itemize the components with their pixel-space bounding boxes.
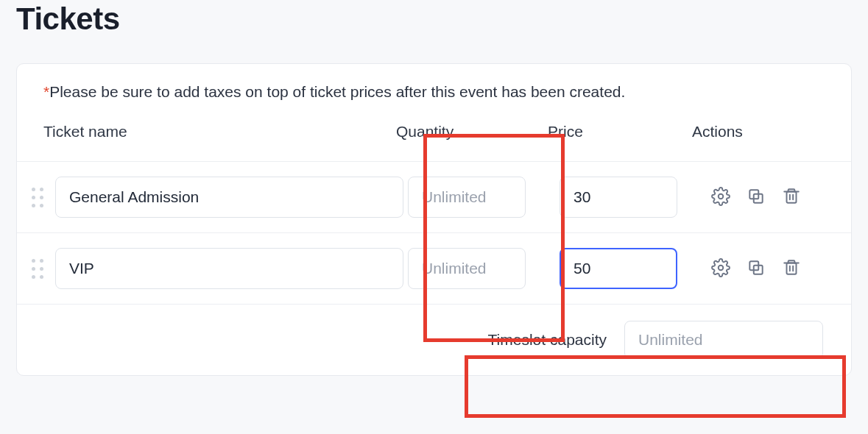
tickets-card: *Please be sure to add taxes on top of t… [16,63,852,376]
duplicate-icon [747,187,766,208]
table-row [17,161,851,232]
col-header-price: Price [548,123,680,140]
col-header-quantity: Quantity [396,123,536,140]
ticket-name-input[interactable] [55,248,403,289]
col-header-actions: Actions [692,123,825,140]
col-header-name: Ticket name [43,123,384,140]
trash-icon [782,187,801,208]
duplicate-button[interactable] [745,257,767,280]
svg-point-0 [719,193,724,199]
svg-point-6 [719,265,724,270]
settings-button[interactable] [710,257,732,280]
gear-icon [711,187,730,208]
drag-handle-icon[interactable] [27,259,48,279]
ticket-quantity-input[interactable] [408,248,526,289]
tax-note-text: Please be sure to add taxes on top of ti… [49,83,625,100]
delete-button[interactable] [780,186,802,208]
ticket-quantity-input[interactable] [408,177,526,218]
timeslot-capacity-input[interactable] [624,321,823,359]
settings-button[interactable] [710,186,732,208]
ticket-price-input[interactable] [560,177,677,218]
tax-note: *Please be sure to add taxes on top of t… [17,64,851,115]
timeslot-capacity-label: Timeslot capacity [488,331,607,349]
svg-rect-3 [787,191,797,202]
trash-icon [782,258,801,280]
tickets-table: Ticket name Quantity Price Actions [17,115,851,375]
ticket-name-input[interactable] [55,177,403,218]
timeslot-capacity-row: Timeslot capacity [17,304,851,375]
page-title: Tickets [16,1,852,37]
gear-icon [711,258,730,280]
svg-rect-9 [787,263,797,274]
table-header-row: Ticket name Quantity Price Actions [17,115,851,161]
drag-handle-icon[interactable] [27,188,48,207]
duplicate-icon [747,258,766,280]
required-asterisk: * [43,83,49,100]
table-row [17,232,851,304]
duplicate-button[interactable] [745,186,767,208]
delete-button[interactable] [780,257,802,280]
ticket-price-input[interactable] [560,248,677,289]
